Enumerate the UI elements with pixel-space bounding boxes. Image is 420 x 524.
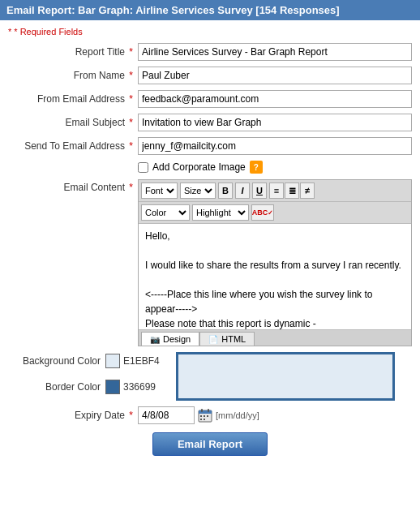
html-tab[interactable]: 📄 HTML (199, 332, 255, 346)
svg-rect-5 (204, 415, 205, 417)
align-group: ≡ ≣ ≠ (269, 183, 315, 199)
editor-body[interactable]: Hello, I would like to share the results… (139, 224, 411, 329)
italic-button[interactable]: I (235, 183, 250, 199)
email-content-row: Email Content * Font Size B I U ≡ ≣ ≠ (8, 179, 412, 346)
report-title-row: Report Title * (8, 43, 412, 61)
align-right-button[interactable]: ≠ (300, 183, 315, 199)
email-subject-input[interactable] (138, 114, 412, 131)
background-color-label: Background Color (8, 355, 105, 367)
from-email-input[interactable] (138, 90, 412, 108)
svg-rect-1 (199, 410, 212, 414)
required-fields-notice: * * Required Fields (8, 27, 412, 37)
font-select[interactable]: Font (141, 183, 178, 199)
background-color-swatch[interactable] (105, 354, 120, 368)
svg-rect-7 (200, 419, 202, 420)
expiry-date-label: Expiry Date * (8, 410, 138, 421)
corporate-image-label: Add Corporate Image (152, 161, 246, 173)
email-report-button[interactable]: Email Report (152, 432, 268, 456)
align-center-button[interactable]: ≣ (285, 183, 299, 199)
calendar-icon[interactable] (198, 408, 212, 423)
required-star-2: * (129, 70, 133, 81)
required-star-5: * (129, 140, 133, 152)
email-subject-label: Email Subject * (8, 117, 138, 128)
editor-toolbar-row1: Font Size B I U ≡ ≣ ≠ (139, 180, 411, 202)
background-color-value: E1EBF4 (123, 355, 160, 367)
design-tab[interactable]: 📷 Design (141, 332, 199, 346)
editor-tabs: 📷 Design 📄 HTML (139, 329, 411, 346)
color-select[interactable]: Color (141, 204, 190, 221)
required-star-7: * (129, 410, 133, 421)
from-name-input[interactable] (138, 67, 412, 84)
svg-rect-6 (207, 415, 208, 417)
editor-content: Hello, I would like to share the results… (145, 229, 405, 329)
required-star-4: * (129, 117, 133, 128)
svg-rect-2 (201, 409, 203, 412)
corporate-image-row: Add Corporate Image ? (138, 161, 412, 174)
email-content-label: Email Content * (8, 179, 138, 193)
submit-row: Email Report (8, 432, 412, 456)
editor-container: Font Size B I U ≡ ≣ ≠ Color (138, 179, 412, 346)
email-subject-row: Email Subject * (8, 114, 412, 131)
report-title-input[interactable] (138, 43, 412, 61)
expiry-date-row: Expiry Date * [mm/dd/yy] (8, 406, 412, 424)
required-star-1: * (129, 46, 133, 58)
from-name-label: From Name * (8, 70, 138, 81)
border-color-value: 336699 (123, 381, 156, 393)
align-left-button[interactable]: ≡ (269, 183, 284, 199)
bold-button[interactable]: B (218, 183, 233, 199)
border-color-label: Border Color (8, 381, 105, 393)
from-email-label: From Email Address * (8, 93, 138, 105)
color-preview-box (176, 352, 395, 401)
required-star: * (8, 27, 11, 37)
spellcheck-button[interactable]: ABC✓ (251, 204, 274, 221)
corporate-image-checkbox[interactable] (138, 162, 148, 173)
required-star-3: * (129, 93, 133, 105)
send-to-input[interactable] (138, 137, 412, 155)
editor-toolbar-row2: Color Highlight ABC✓ (139, 202, 411, 224)
help-icon[interactable]: ? (250, 161, 263, 174)
report-title-label: Report Title * (8, 46, 138, 58)
border-color-swatch[interactable] (105, 380, 120, 394)
window-title: Email Report: Bar Graph: Airline Service… (0, 0, 420, 20)
svg-rect-8 (204, 419, 205, 420)
required-label: * Required Fields (14, 27, 82, 37)
required-star-6: * (129, 182, 133, 193)
svg-rect-3 (208, 409, 209, 412)
html-icon: 📄 (208, 335, 218, 344)
from-name-row: From Name * (8, 67, 412, 84)
expiry-date-input[interactable] (138, 406, 195, 424)
send-to-row: Send To Email Address * (8, 137, 412, 155)
form-container: * * Required Fields Report Title * From … (0, 20, 420, 462)
background-color-row: Background Color E1EBF4 (8, 354, 168, 368)
highlight-select[interactable]: Highlight (192, 204, 249, 221)
svg-rect-4 (200, 415, 202, 417)
from-email-row: From Email Address * (8, 90, 412, 108)
expiry-format-hint: [mm/dd/yy] (216, 410, 259, 420)
design-icon: 📷 (150, 335, 160, 344)
border-color-row: Border Color 336699 (8, 380, 168, 394)
underline-button[interactable]: U (252, 183, 267, 199)
size-select[interactable]: Size (180, 183, 216, 199)
send-to-label: Send To Email Address * (8, 140, 138, 152)
